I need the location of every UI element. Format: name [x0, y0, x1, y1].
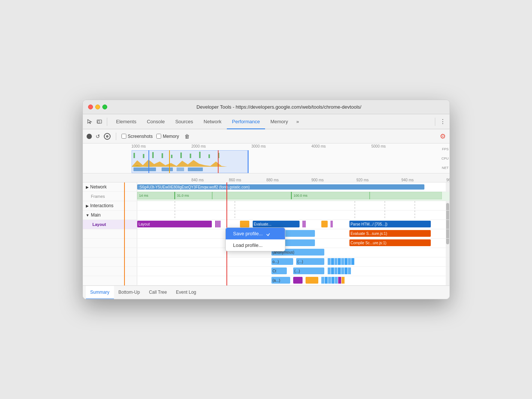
tab-event-log[interactable]: Event Log: [171, 286, 201, 299]
purple-small: [293, 277, 303, 284]
timeline-overview[interactable]: 1000 ms 2000 ms 3000 ms 4000 ms 5000 ms: [83, 143, 450, 173]
mark-940: 940 ms: [402, 178, 414, 182]
svg-rect-8: [190, 154, 191, 158]
flame-content-6: (a...): [137, 276, 450, 285]
parse-html-block: Parse HTM.../ [705...]): [349, 221, 431, 227]
compile-sc: Compile Sc...ure.js:1): [349, 239, 431, 246]
svg-rect-14: [133, 167, 156, 171]
dashed-1: [175, 201, 175, 210]
svg-rect-35: [351, 258, 354, 265]
svg-rect-17: [188, 167, 203, 171]
inspect-icon[interactable]: [86, 118, 93, 126]
flame-label-4: [83, 257, 137, 266]
tab-summary[interactable]: Summary: [86, 286, 114, 299]
yellow-dots: [306, 277, 318, 284]
svg-rect-16: [177, 167, 184, 171]
interactions-collapse-icon[interactable]: ▶: [86, 204, 89, 208]
stop-icon[interactable]: [104, 133, 111, 140]
screenshots-checkbox[interactable]: Screenshots: [121, 134, 153, 139]
tab-performance[interactable]: Performance: [227, 114, 265, 129]
frames-row: Frames 14 ms 31.0 ms 100.0 ms: [83, 192, 450, 201]
svg-rect-7: [180, 152, 182, 158]
more-blue-1: [328, 258, 368, 265]
interactions-row-label: ▶ ▶ Interactions Interactions: [83, 201, 137, 210]
flame-label-2: [83, 239, 137, 248]
tab-memory[interactable]: Memory: [265, 114, 293, 129]
svg-rect-41: [345, 267, 348, 274]
tab-bar: Elements Console Sources Network Perform…: [111, 114, 431, 129]
svg-rect-30: [334, 258, 337, 265]
window-title: Developer Tools - https://developers.goo…: [114, 104, 444, 110]
svg-text:31.0 ms: 31.0 ms: [177, 194, 189, 197]
main-collapse-icon[interactable]: ▼: [86, 213, 90, 217]
reload-icon[interactable]: ↺: [96, 133, 100, 139]
tab-more[interactable]: »: [293, 119, 302, 124]
devtools-window: Developer Tools - https://developers.goo…: [82, 100, 450, 299]
record-button[interactable]: [87, 134, 92, 139]
network-row: ▶ Network :S6g4U3t-Y5UEw0IE80IlgEseQY3FE…: [83, 182, 450, 192]
cpu-track: [83, 158, 438, 167]
tab-console[interactable]: Console: [142, 114, 170, 129]
tab-elements[interactable]: Elements: [111, 114, 142, 129]
record-bar: ↺ Screenshots Memory 🗑 ⚙: [83, 129, 450, 143]
svg-rect-39: [338, 267, 341, 274]
ruler-4000ms: 4000 ms: [312, 144, 326, 148]
flame-label-6: [83, 276, 137, 285]
svg-rect-29: [331, 258, 334, 265]
mark-960: 960: [447, 178, 450, 182]
svg-rect-3: [143, 154, 144, 158]
tab-sources[interactable]: Sources: [170, 114, 198, 129]
tab-network[interactable]: Network: [198, 114, 227, 129]
flame-content-4: o...) (...): [137, 257, 450, 266]
evaluate-block: Evaluate...: [253, 221, 300, 227]
flame-label-5: [83, 267, 137, 276]
svg-rect-44: [325, 277, 328, 284]
svg-rect-49: [342, 277, 345, 284]
mark-860: 860 ms: [229, 178, 241, 182]
selection-end: [248, 150, 249, 173]
flame-content-2: (anonymous) Compile Sc...ure.js:1): [137, 239, 450, 248]
traffic-lights: [88, 105, 107, 109]
settings-button[interactable]: ⚙: [440, 132, 446, 140]
devtools-menu-icon[interactable]: ⋮: [439, 118, 447, 126]
svg-rect-47: [335, 277, 338, 284]
minimize-button[interactable]: [95, 105, 100, 109]
device-icon[interactable]: [96, 118, 103, 126]
main-dashed-5: [415, 211, 415, 220]
load-profile-item[interactable]: Load profile...: [226, 239, 285, 251]
memory-checkbox[interactable]: Memory: [156, 134, 179, 139]
eval-sure: Evaluate S...sure.js:1): [349, 230, 431, 237]
flame-label-layout: Layout: [83, 220, 137, 229]
svg-rect-20: [175, 192, 291, 199]
svg-rect-34: [348, 258, 351, 265]
record-divider: [116, 133, 116, 140]
track-labels: FPS CPU NET: [438, 143, 450, 173]
ruler-1000ms: 1000 ms: [132, 144, 146, 148]
flame-content-1: (anonymous) Evaluate S...sure.js:1): [137, 229, 450, 238]
svg-rect-1: [98, 121, 100, 123]
svg-rect-38: [334, 267, 337, 274]
timeline-panels: ▶ Network :S6g4U3t-Y5UEw0IE80IlgEseQY3FE…: [83, 182, 450, 285]
svg-rect-6: [171, 155, 172, 158]
toolbar-divider-2: [435, 118, 435, 126]
cpu-label: CPU: [438, 157, 450, 160]
interactions-row-content: [137, 201, 450, 210]
mark-920: 920 ms: [357, 178, 369, 182]
yellow-small: [321, 221, 328, 227]
fps-label: FPS: [438, 147, 450, 151]
svg-text:100.0 ms: 100.0 ms: [294, 194, 308, 197]
more-blue-2: [328, 267, 368, 274]
tab-call-tree[interactable]: Call Tree: [144, 286, 171, 299]
maximize-button[interactable]: [102, 105, 107, 109]
detail-ruler: 840 ms 860 ms 880 ms 900 ms 920 ms 940 m…: [83, 173, 450, 182]
svg-text:14 ms: 14 ms: [139, 194, 148, 197]
svg-rect-45: [328, 277, 331, 284]
tab-bottom-up[interactable]: Bottom-Up: [114, 286, 144, 299]
svg-rect-33: [345, 258, 348, 265]
clear-button[interactable]: 🗑: [184, 133, 190, 139]
svg-rect-46: [331, 277, 334, 284]
network-bar: :S6g4U3t-Y5UEw0IE80IlgEseQY3FEmqw.woff2 …: [137, 184, 424, 190]
network-collapse-icon[interactable]: ▶: [86, 185, 89, 189]
close-button[interactable]: [88, 105, 93, 109]
save-profile-item[interactable]: Save profile...: [226, 228, 285, 239]
